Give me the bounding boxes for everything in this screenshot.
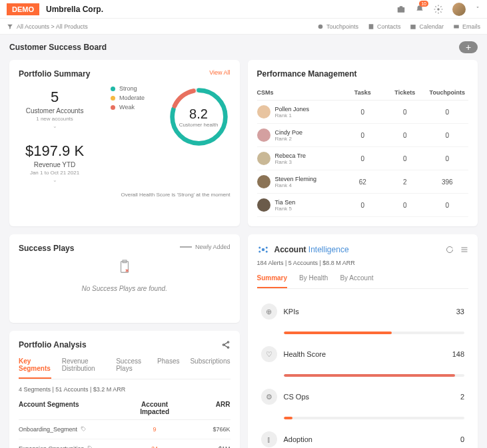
metric-icon: ⚙: [261, 389, 277, 405]
tab-success-plays[interactable]: Success Plays: [116, 357, 147, 379]
ai-summary: 184 Alerts | 5 Accounts | $8.8 M ARR: [257, 260, 469, 266]
svg-point-16: [227, 341, 229, 342]
svg-point-12: [258, 247, 260, 249]
ai-title: Account Intelligence: [274, 245, 349, 254]
svg-point-15: [265, 251, 267, 253]
performance-card: Performance Management CSMs Tasks Ticket…: [248, 60, 478, 226]
user-avatar[interactable]: [452, 3, 466, 16]
newly-added-badge: Newly Added: [180, 244, 231, 250]
card-title: Portfolio Analysis: [19, 340, 87, 349]
refresh-icon[interactable]: [446, 246, 454, 254]
svg-rect-0: [398, 7, 405, 13]
tab-revenue-distribution[interactable]: Revenue Distribution: [62, 357, 106, 379]
csm-avatar: [257, 128, 270, 142]
svg-point-3: [318, 24, 323, 29]
csm-avatar: [257, 105, 270, 118]
page-title: Customer Success Board: [9, 43, 107, 52]
portfolio-analysis-card: Portfolio Analysis Key SegmentsRevenue D…: [9, 331, 240, 449]
nav-touchpoints[interactable]: Touchpoints: [317, 23, 358, 30]
settings-icon[interactable]: [460, 246, 468, 254]
csm-avatar: [257, 175, 270, 188]
chevron-down-icon[interactable]: [475, 5, 480, 14]
metric-bar: [284, 374, 465, 377]
card-title: Portfolio Summary: [19, 69, 231, 79]
segment-row[interactable]: Expansion Opportunities 24 $1M: [19, 439, 231, 449]
metric-icon: ⫿: [261, 431, 277, 447]
empty-message: No Success Plays are found.: [19, 278, 231, 299]
clipboard-icon: [117, 260, 132, 274]
account-intelligence-card: Account Intelligence 184 Alerts | 5 Acco…: [248, 234, 478, 448]
metric-icon: ♡: [261, 346, 277, 362]
health-gauge: 8.2 Customer health: [167, 85, 231, 148]
tag-icon: [87, 445, 93, 448]
share-icon[interactable]: [221, 340, 231, 349]
company-name: Umbrella Corp.: [46, 5, 103, 14]
csm-row[interactable]: Cindy PoeRank 2 0 0 0: [257, 124, 469, 147]
notif-badge: 10: [419, 1, 428, 7]
ai-tab-by-account[interactable]: By Account: [340, 274, 373, 288]
gear-icon[interactable]: [434, 5, 443, 14]
chevron-down-icon[interactable]: ⌄: [25, 177, 84, 183]
bell-icon[interactable]: 10: [415, 5, 424, 14]
health-legend: Strong Moderate Weak: [111, 85, 145, 113]
svg-point-11: [261, 248, 264, 252]
revenue-value: $197.9 K: [25, 142, 84, 160]
ai-tab-summary[interactable]: Summary: [257, 274, 288, 288]
svg-rect-6: [454, 25, 459, 28]
ai-logo-icon: [257, 244, 269, 256]
svg-rect-4: [369, 24, 374, 29]
svg-rect-1: [400, 6, 403, 7]
metric-bar: [284, 332, 465, 334]
health-score: 8.2: [189, 107, 208, 122]
success-plays-card: Success Plays Newly Added No Success Pla…: [9, 234, 240, 323]
svg-point-2: [437, 8, 440, 11]
add-button[interactable]: +: [459, 41, 478, 53]
nav-calendar[interactable]: Calendar: [410, 23, 444, 30]
svg-point-19: [82, 427, 83, 428]
chevron-down-icon[interactable]: ⌄: [25, 123, 84, 129]
nav-contacts[interactable]: Contacts: [368, 23, 401, 30]
view-all-link[interactable]: View All: [209, 69, 230, 76]
ai-metric-row[interactable]: ⚙ CS Ops 2: [257, 383, 469, 410]
ai-metric-row[interactable]: ♡ Health Score 148: [257, 341, 469, 367]
card-title: Performance Management: [257, 69, 469, 79]
csm-row[interactable]: Steven FlemingRank 4 62 2 396: [257, 170, 469, 194]
csm-row[interactable]: Tia SenRank 5 0 0 0: [257, 194, 469, 217]
svg-point-20: [89, 447, 89, 447]
demo-badge: DEMO: [7, 3, 39, 15]
csm-avatar: [257, 152, 270, 165]
tab-phases[interactable]: Phases: [157, 357, 179, 379]
health-message: Overall Health Score is 'Strong' at the …: [19, 192, 231, 198]
segment-row[interactable]: Onboarding_Segment 9 $766K: [19, 420, 231, 439]
metric-bar: [284, 417, 465, 419]
portfolio-summary-card: Portfolio Summary View All 5 Customer Ac…: [9, 60, 240, 226]
csm-row[interactable]: Rebeca TreRank 3 0 0 0: [257, 147, 469, 170]
svg-point-17: [223, 343, 224, 345]
breadcrumb[interactable]: All Accounts > All Products: [17, 23, 88, 30]
svg-rect-5: [411, 25, 416, 29]
csm-avatar: [257, 198, 270, 212]
ai-metric-row[interactable]: ⫿ Adoption 0: [257, 426, 469, 448]
accounts-count: 5: [25, 89, 84, 106]
filter-icon[interactable]: [7, 23, 13, 30]
svg-point-13: [265, 247, 267, 249]
tab-subscriptions[interactable]: Subscriptions: [190, 357, 230, 379]
csm-row[interactable]: Pollen JonesRank 1 0 0 0: [257, 101, 469, 124]
briefcase-icon[interactable]: [396, 5, 406, 14]
ai-tab-by-health[interactable]: By Health: [299, 274, 328, 288]
analysis-summary: 4 Segments | 51 Accounts | $3.2 M ARR: [19, 386, 231, 393]
svg-point-18: [227, 346, 229, 347]
metric-icon: ⊕: [261, 304, 277, 320]
tab-key-segments[interactable]: Key Segments: [19, 357, 51, 379]
tag-icon: [81, 426, 87, 432]
svg-point-14: [258, 251, 260, 253]
ai-metric-row[interactable]: ⊕ KPIs 33: [257, 298, 469, 325]
nav-emails[interactable]: Emails: [453, 23, 480, 30]
